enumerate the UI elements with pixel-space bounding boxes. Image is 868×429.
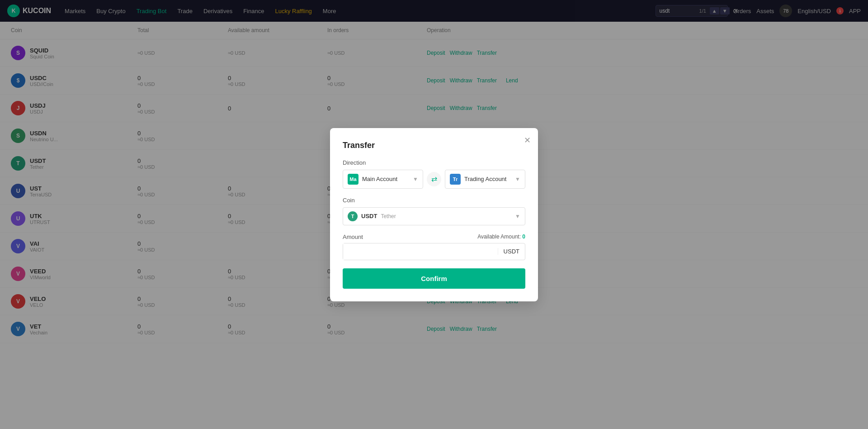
amount-label: Amount	[343, 234, 363, 240]
direction-label: Direction	[343, 159, 525, 166]
amount-input-wrap: USDT	[343, 243, 525, 260]
available-amount: Available Amount: 0	[477, 234, 525, 240]
available-label: Available Amount:	[477, 234, 521, 240]
from-account-icon: Ma	[348, 174, 359, 185]
coin-label: Coin	[343, 197, 525, 204]
to-account-label: Trading Account	[464, 176, 511, 182]
from-account-select[interactable]: Ma Main Account ▼	[343, 170, 423, 189]
transfer-modal: Transfer ✕ Direction Ma Main Account ▼ ⇄…	[330, 128, 538, 301]
modal-close-btn[interactable]: ✕	[524, 135, 531, 145]
modal-title: Transfer	[343, 141, 525, 150]
coin-select-chevron-icon: ▼	[515, 213, 520, 219]
coin-select-name: Tether	[381, 213, 396, 219]
amount-unit: USDT	[498, 248, 525, 255]
modal-overlay: Transfer ✕ Direction Ma Main Account ▼ ⇄…	[0, 0, 868, 429]
swap-direction-btn[interactable]: ⇄	[427, 172, 441, 186]
direction-row: Ma Main Account ▼ ⇄ Tr Trading Account ▼	[343, 170, 525, 189]
from-account-label: Main Account	[362, 176, 409, 182]
coin-select-icon: T	[348, 211, 358, 221]
from-account-chevron-icon: ▼	[413, 176, 418, 182]
to-account-chevron-icon: ▼	[515, 176, 520, 182]
available-value: 0	[522, 234, 525, 240]
amount-input[interactable]	[343, 243, 498, 260]
to-account-icon: Tr	[450, 174, 461, 185]
amount-row: Amount Available Amount: 0	[343, 234, 525, 240]
confirm-button[interactable]: Confirm	[343, 268, 525, 289]
to-account-select[interactable]: Tr Trading Account ▼	[445, 170, 525, 189]
coin-select-symbol: USDT	[361, 213, 377, 219]
coin-select[interactable]: T USDT Tether ▼	[343, 207, 525, 225]
